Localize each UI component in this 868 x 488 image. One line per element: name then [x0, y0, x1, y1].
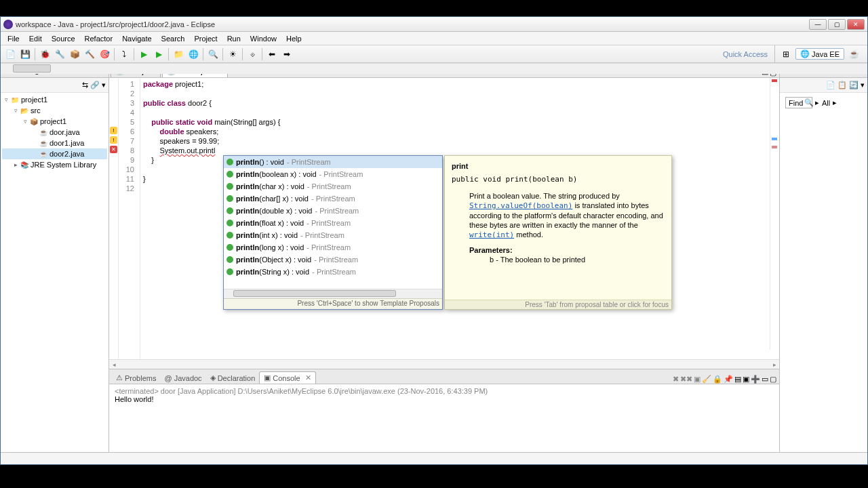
- minimize-button[interactable]: —: [809, 19, 827, 30]
- popup-scrollbar[interactable]: [224, 289, 442, 298]
- tab-console[interactable]: ▣Console✕: [259, 371, 315, 384]
- content-assist-popup[interactable]: println() : void - PrintStreamprintln(bo…: [223, 155, 443, 310]
- javadoc-link-write[interactable]: write(int): [469, 230, 514, 239]
- code-editor[interactable]: ! ! ✕ 123456789101112 package project1; …: [109, 78, 779, 359]
- proposal-item[interactable]: println(float x) : void - PrintStream: [224, 217, 442, 229]
- javadoc-link-valueof[interactable]: String.valueOf(boolean): [469, 201, 572, 210]
- proposal-item[interactable]: println() : void - PrintStream: [224, 156, 442, 168]
- javadoc-heading: print: [452, 162, 468, 170]
- all-label[interactable]: All: [822, 99, 830, 107]
- tree-file-door2[interactable]: ☕door2.java: [2, 148, 107, 159]
- debug-button[interactable]: 🐞: [38, 47, 52, 61]
- tab-javadoc[interactable]: @Javadoc: [160, 373, 205, 384]
- tree-package[interactable]: ▿📦project1: [2, 116, 107, 127]
- close-button[interactable]: ✕: [847, 19, 865, 30]
- find-input[interactable]: Find 🔍: [785, 97, 812, 108]
- new-task-icon[interactable]: 📄: [826, 81, 835, 89]
- scroll-lock-icon[interactable]: 🔒: [713, 375, 722, 384]
- menu-run[interactable]: Run: [223, 33, 245, 44]
- fwd-button[interactable]: ➡: [280, 47, 294, 61]
- save-button[interactable]: 💾: [18, 47, 32, 61]
- new-class-button[interactable]: 🌐: [186, 47, 200, 61]
- proposal-item[interactable]: println(char[] x) : void - PrintStream: [224, 192, 442, 205]
- proposal-item[interactable]: println(boolean x) : void - PrintStream: [224, 168, 442, 180]
- maximize-button[interactable]: ▢: [828, 19, 846, 30]
- method-icon: [226, 183, 233, 190]
- editor-hscroll[interactable]: ◂▸: [109, 359, 779, 369]
- tree-file-door[interactable]: ☕door.java: [2, 127, 107, 138]
- tab-declaration[interactable]: ◈Declaration: [206, 372, 260, 384]
- tree-jre[interactable]: ▸📚JRE System Library: [2, 159, 107, 170]
- menu-source[interactable]: Source: [47, 33, 79, 44]
- tree-project[interactable]: ▿📁project1: [2, 94, 107, 105]
- build-button[interactable]: 🔨: [83, 47, 96, 61]
- menu-help[interactable]: Help: [282, 33, 306, 44]
- menu-icon[interactable]: ▾: [102, 81, 106, 89]
- collapse-icon[interactable]: ⇆: [82, 81, 88, 89]
- javadoc-popup[interactable]: print public void print(boolean b) Print…: [444, 155, 672, 310]
- warning-marker[interactable]: !: [110, 136, 117, 144]
- nav-next-icon[interactable]: ▸: [833, 98, 837, 107]
- new-pkg-button[interactable]: 📁: [172, 47, 185, 61]
- console-output[interactable]: <terminated> door [Java Application] D:\…: [109, 384, 779, 452]
- menu-icon[interactable]: ▾: [861, 81, 865, 89]
- new-button[interactable]: 📄: [3, 47, 17, 61]
- skip-button[interactable]: ⤵: [117, 47, 131, 61]
- max-bottom-icon[interactable]: ▢: [770, 375, 776, 384]
- proposal-item[interactable]: println(double x) : void - PrintStream: [224, 205, 442, 217]
- tool-button[interactable]: 🔧: [53, 47, 66, 61]
- new-console-icon[interactable]: ➕: [751, 375, 760, 384]
- list-icon[interactable]: 📋: [837, 81, 847, 89]
- display-icon[interactable]: ▤: [734, 375, 741, 384]
- target-button[interactable]: 🎯: [98, 47, 111, 61]
- proposal-item[interactable]: println(int x) : void - PrintStream: [224, 229, 442, 241]
- toggle-button[interactable]: ☀: [226, 47, 239, 61]
- open-perspective-button[interactable]: ⊞: [779, 47, 793, 61]
- project-tree[interactable]: ▿📁project1 ▿📂src ▿📦project1 ☕door.java ☕…: [1, 93, 108, 452]
- proposal-item[interactable]: println(long x) : void - PrintStream: [224, 241, 442, 253]
- tree-file-door1[interactable]: ☕door1.java: [2, 138, 107, 148]
- menu-window[interactable]: Window: [246, 33, 281, 44]
- pin-icon[interactable]: 📌: [724, 375, 733, 384]
- clear-icon[interactable]: 🧹: [702, 375, 711, 384]
- min-bottom-icon[interactable]: ▭: [762, 375, 768, 384]
- menu-navigate[interactable]: Navigate: [118, 33, 155, 44]
- tab-problems[interactable]: ⚠Problems: [112, 372, 160, 384]
- nav-prev-icon[interactable]: ▸: [815, 98, 819, 107]
- proposal-list[interactable]: println() : void - PrintStreamprintln(bo…: [224, 156, 442, 289]
- window-hscroll[interactable]: [1, 63, 867, 74]
- perspective-java[interactable]: ☕: [847, 47, 861, 61]
- quick-access[interactable]: Quick Access: [717, 50, 773, 58]
- run-ext-button[interactable]: ▶: [152, 47, 165, 61]
- open-console-icon[interactable]: ▣: [743, 375, 749, 384]
- menu-refactor[interactable]: Refactor: [81, 33, 117, 44]
- menu-file[interactable]: File: [3, 33, 24, 44]
- run-button[interactable]: ▶: [137, 47, 151, 61]
- terminate-icon[interactable]: ▣: [694, 375, 701, 384]
- tree-src[interactable]: ▿📂src: [2, 105, 107, 116]
- close-console-icon[interactable]: ✕: [305, 373, 311, 382]
- warning-marker[interactable]: !: [110, 127, 117, 134]
- overview-error[interactable]: [772, 146, 777, 148]
- proposal-item[interactable]: println(Object x) : void - PrintStream: [224, 253, 442, 266]
- nav-button[interactable]: ⟐: [245, 47, 259, 61]
- link-icon[interactable]: 🔗: [90, 81, 100, 89]
- remove-all-icon[interactable]: ✖✖: [680, 375, 692, 384]
- proposal-item[interactable]: println(String x) : void - PrintStream: [224, 266, 442, 278]
- back-button[interactable]: ⬅: [265, 47, 279, 61]
- perspective-javaee[interactable]: 🌐 Java EE: [795, 48, 844, 60]
- overview-ruler[interactable]: [770, 78, 779, 350]
- search-button[interactable]: 🔍: [206, 47, 220, 61]
- sync-icon[interactable]: 🔄: [849, 81, 859, 89]
- proposal-item[interactable]: println(char x) : void - PrintStream: [224, 180, 442, 192]
- package-button[interactable]: 📦: [68, 47, 81, 61]
- menu-search[interactable]: Search: [157, 33, 189, 44]
- overview-info[interactable]: [772, 138, 777, 140]
- error-marker[interactable]: ✕: [110, 146, 117, 153]
- search-icon: 🔍: [804, 98, 814, 107]
- remove-launch-icon[interactable]: ✖: [673, 375, 679, 384]
- overview-error[interactable]: [772, 79, 777, 82]
- menu-edit[interactable]: Edit: [25, 33, 46, 44]
- titlebar[interactable]: workspace - Java - project1/src/project1…: [1, 17, 867, 32]
- menu-project[interactable]: Project: [190, 33, 221, 44]
